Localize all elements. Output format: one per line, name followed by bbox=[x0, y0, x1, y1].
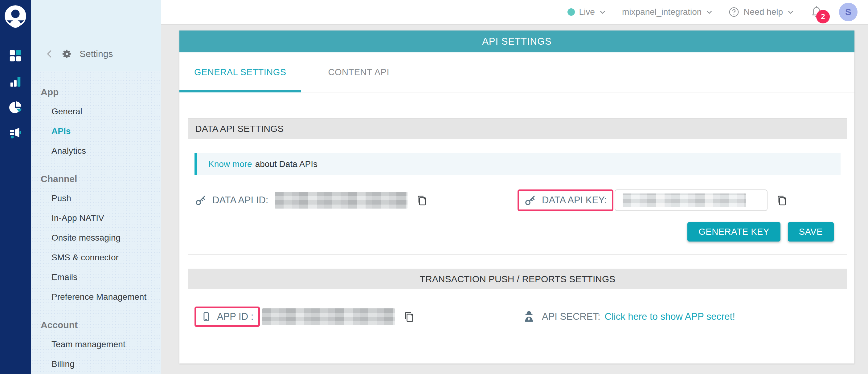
spy-secret-icon bbox=[522, 310, 536, 324]
topbar: Live mixpanel_integration Need help 2 bbox=[161, 0, 868, 25]
brand-logo-icon[interactable] bbox=[4, 4, 27, 28]
copy-app-id-icon[interactable] bbox=[403, 310, 415, 323]
environment-dropdown[interactable]: Live bbox=[567, 7, 606, 17]
transaction-settings-header: TRANSACTION PUSH / REPORTS SETTINGS bbox=[188, 269, 847, 289]
generate-key-button[interactable]: GENERATE KEY bbox=[687, 222, 780, 241]
data-api-settings-section: DATA API SETTINGS Know more about Data A… bbox=[188, 118, 847, 255]
pie-chart-icon[interactable] bbox=[8, 100, 23, 114]
key-icon bbox=[194, 194, 207, 206]
tabstrip: GENERAL SETTINGS CONTENT API bbox=[179, 53, 855, 93]
api-secret-field: API SECRET: Click here to show APP secre… bbox=[513, 310, 841, 324]
user-avatar[interactable]: S bbox=[839, 3, 858, 21]
sidebar-item-sms-connector[interactable]: SMS & connector bbox=[41, 248, 161, 267]
sidebar-title: Settings bbox=[80, 49, 113, 59]
icon-rail bbox=[0, 0, 31, 374]
need-help-dropdown[interactable]: Need help bbox=[729, 7, 794, 17]
data-api-id-value-blurred bbox=[275, 192, 407, 209]
know-more-link[interactable]: Know more bbox=[208, 159, 252, 169]
project-label: mixpanel_integration bbox=[622, 7, 702, 17]
card-body: DATA API SETTINGS Know more about Data A… bbox=[179, 93, 855, 342]
dashboard-grid-icon[interactable] bbox=[8, 49, 23, 63]
sidebar-item-push[interactable]: Push bbox=[41, 189, 161, 208]
sidebar-item-inapp-nativ[interactable]: In-App NATIV bbox=[41, 208, 161, 228]
main-column: Live mixpanel_integration Need help 2 bbox=[161, 0, 868, 374]
banner-text: about Data APIs bbox=[255, 159, 317, 169]
data-api-actions: GENERATE KEY SAVE bbox=[188, 222, 847, 241]
data-api-id-label: DATA API ID: bbox=[212, 195, 268, 206]
app-id-value-blurred bbox=[262, 308, 395, 325]
bar-chart-icon[interactable] bbox=[8, 74, 23, 89]
data-api-key-field: DATA API KEY: bbox=[518, 190, 841, 211]
project-dropdown[interactable]: mixpanel_integration bbox=[622, 7, 713, 17]
need-help-label: Need help bbox=[743, 7, 783, 17]
megaphone-icon[interactable] bbox=[8, 126, 23, 140]
api-settings-card: API SETTINGS GENERAL SETTINGS CONTENT AP… bbox=[179, 31, 855, 364]
notifications-bell[interactable]: 2 bbox=[810, 5, 823, 19]
settings-sidebar: Settings App General APIs Analytics Chan… bbox=[31, 0, 161, 374]
live-status-dot bbox=[567, 8, 575, 16]
question-circle-icon bbox=[729, 7, 739, 17]
sidebar-item-onsite-messaging[interactable]: Onsite messaging bbox=[41, 228, 161, 248]
sidebar-back-row[interactable]: Settings bbox=[45, 49, 113, 59]
data-api-row: DATA API ID: DATA API KEY: bbox=[188, 190, 847, 211]
section-label: Account bbox=[41, 315, 161, 335]
tab-content-api[interactable]: CONTENT API bbox=[313, 53, 404, 92]
sidebar-item-billing[interactable]: Billing bbox=[41, 354, 161, 374]
sidebar-header: Settings bbox=[31, 0, 161, 71]
section-label: Channel bbox=[41, 169, 161, 189]
sidebar-section-account: Account Team management Billing bbox=[41, 315, 161, 374]
data-api-id-field: DATA API ID: bbox=[194, 192, 518, 209]
environment-label: Live bbox=[579, 7, 595, 17]
transaction-row: APP ID : bbox=[188, 307, 847, 342]
know-more-banner: Know more about Data APIs bbox=[194, 153, 841, 175]
tab-general-settings[interactable]: GENERAL SETTINGS bbox=[179, 53, 301, 92]
chevron-down-icon bbox=[787, 9, 794, 15]
chevron-left-icon[interactable] bbox=[45, 49, 54, 59]
app-id-label: APP ID : bbox=[217, 311, 253, 322]
gear-icon bbox=[62, 49, 72, 59]
key-icon bbox=[524, 194, 536, 206]
sidebar-nav: App General APIs Analytics Channel Push … bbox=[31, 71, 161, 374]
save-button[interactable]: SAVE bbox=[788, 222, 834, 241]
sidebar-section-channel: Channel Push In-App NATIV Onsite messagi… bbox=[41, 169, 161, 307]
sidebar-item-analytics[interactable]: Analytics bbox=[41, 141, 161, 161]
sidebar-section-app: App General APIs Analytics bbox=[41, 82, 161, 161]
transaction-settings-section: TRANSACTION PUSH / REPORTS SETTINGS APP … bbox=[188, 269, 847, 342]
copy-data-api-id-icon[interactable] bbox=[415, 194, 428, 206]
app-id-field: APP ID : bbox=[194, 307, 513, 327]
app-id-highlight: APP ID : bbox=[194, 307, 260, 327]
data-api-key-highlight: DATA API KEY: bbox=[518, 190, 613, 211]
sidebar-item-emails[interactable]: Emails bbox=[41, 267, 161, 287]
page-title: API SETTINGS bbox=[179, 31, 855, 53]
api-secret-label: API SECRET: bbox=[542, 311, 600, 322]
data-api-key-value-blurred bbox=[623, 194, 746, 207]
show-app-secret-link[interactable]: Click here to show APP secret! bbox=[605, 311, 735, 322]
notification-badge: 2 bbox=[816, 10, 830, 24]
sidebar-item-general[interactable]: General bbox=[41, 102, 161, 122]
phone-icon bbox=[201, 311, 212, 322]
chevron-down-icon bbox=[706, 9, 713, 15]
data-api-settings-header: DATA API SETTINGS bbox=[188, 118, 847, 139]
sidebar-item-team-management[interactable]: Team management bbox=[41, 335, 161, 354]
sidebar-item-apis[interactable]: APIs bbox=[41, 122, 161, 141]
data-api-key-input[interactable] bbox=[615, 190, 768, 211]
section-label: App bbox=[41, 82, 161, 102]
sidebar-item-preference-management[interactable]: Preference Management bbox=[41, 287, 161, 307]
app-screen: Settings App General APIs Analytics Chan… bbox=[0, 0, 868, 374]
chevron-down-icon bbox=[599, 9, 606, 15]
copy-data-api-key-icon[interactable] bbox=[776, 194, 788, 206]
data-api-key-label: DATA API KEY: bbox=[542, 195, 607, 206]
content-area: API SETTINGS GENERAL SETTINGS CONTENT AP… bbox=[161, 25, 868, 374]
